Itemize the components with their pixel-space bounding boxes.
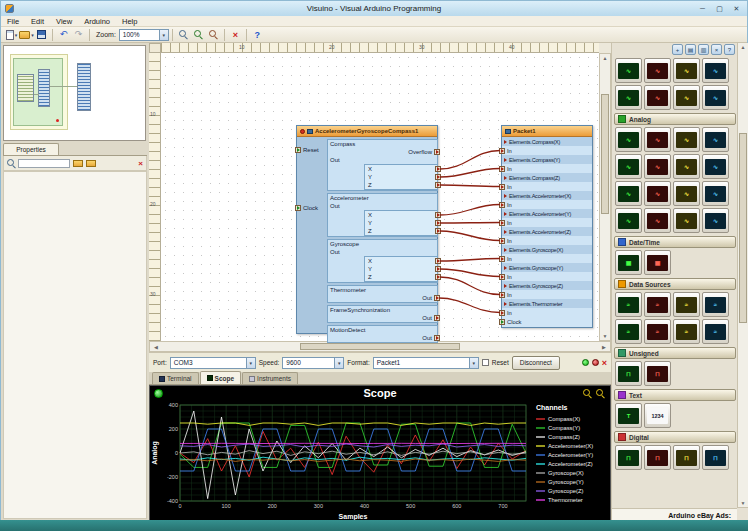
component-tile[interactable]: ∿ [615, 181, 642, 206]
packet-in-row[interactable]: In [502, 272, 592, 281]
zoom-in-button[interactable] [191, 28, 206, 42]
ad-text[interactable]: Arduino eBay Ads: [668, 512, 731, 519]
packet-element-row[interactable]: Elements.Gyroscope(Z) [502, 281, 592, 290]
search-icon[interactable] [7, 159, 15, 167]
component-tile[interactable]: ∿ [702, 58, 729, 83]
category-unsigned[interactable]: Unsigned [614, 347, 736, 359]
input-pin-icon[interactable] [295, 205, 301, 211]
component-tile[interactable]: ∿ [673, 58, 700, 83]
packet-in-row[interactable]: In [502, 290, 592, 299]
alphabetical-view-icon[interactable] [86, 160, 96, 167]
component-tile[interactable]: ≈ [673, 319, 700, 344]
output-pin-icon[interactable] [435, 182, 441, 188]
menu-edit[interactable]: Edit [25, 17, 50, 26]
component-tile[interactable]: ∿ [702, 181, 729, 206]
packet-element-row[interactable]: Elements.Compass(Z) [502, 173, 592, 182]
scope-zoom-in-icon[interactable] [583, 389, 592, 398]
component-tile[interactable]: ∿ [615, 58, 642, 83]
input-pin-icon[interactable] [499, 310, 505, 316]
component-tile[interactable]: 1234 [644, 403, 671, 428]
output-pin-icon[interactable] [435, 212, 441, 218]
component-tile[interactable]: ∿ [615, 85, 642, 110]
output-pin-icon[interactable] [435, 220, 441, 226]
canvas-vertical-scrollbar[interactable]: ▲ ▼ [599, 53, 611, 341]
zoom-out-button[interactable] [206, 28, 221, 42]
component-tile[interactable]: ⊓ [644, 361, 671, 386]
block-header[interactable]: Packet1 [502, 126, 592, 137]
packet-element-row[interactable]: Elements.Gyroscope(X) [502, 245, 592, 254]
component-tile[interactable]: ∿ [702, 208, 729, 233]
category-text[interactable]: Text [614, 389, 736, 401]
output-pin-icon[interactable] [435, 266, 441, 272]
packet-in-row[interactable]: In [502, 200, 592, 209]
property-filter-input[interactable] [18, 159, 70, 168]
input-pin-icon[interactable] [499, 256, 505, 262]
component-tile[interactable]: ∿ [644, 181, 671, 206]
input-pin-icon[interactable] [499, 319, 505, 325]
component-tile[interactable]: ⊓ [644, 445, 671, 470]
component-tile[interactable]: ⊓ [702, 445, 729, 470]
scrollbar-thumb[interactable] [739, 133, 747, 323]
category-data-sources[interactable]: Data Sources [614, 278, 736, 290]
input-pin-icon[interactable] [499, 238, 505, 244]
component-tile[interactable]: ∿ [673, 85, 700, 110]
input-pin-icon[interactable] [499, 166, 505, 172]
design-minimap[interactable] [3, 45, 146, 141]
design-canvas[interactable]: AccelerometerGyroscopeCompass1 Reset Clo… [161, 53, 599, 341]
component-tile[interactable]: ∿ [702, 127, 729, 152]
component-tile[interactable]: ≈ [615, 319, 642, 344]
output-pin-icon[interactable] [434, 149, 440, 155]
component-tile[interactable]: ∿ [615, 154, 642, 179]
packet-element-row[interactable]: Elements.Thermometer [502, 299, 592, 308]
menu-view[interactable]: View [50, 17, 78, 26]
close-connection-icon[interactable]: × [602, 358, 607, 368]
packet-element-row[interactable]: Elements.Compass(X) [502, 137, 592, 146]
zoom-fit-button[interactable] [176, 28, 191, 42]
output-pin-icon[interactable] [435, 166, 441, 172]
component-tile[interactable]: ▦ [644, 250, 671, 275]
output-pin-icon[interactable] [435, 258, 441, 264]
packet-in-row[interactable]: In [502, 236, 592, 245]
categorized-view-icon[interactable] [73, 160, 83, 167]
scroll-down-icon[interactable]: ▼ [738, 500, 748, 506]
component-tile[interactable]: ∿ [644, 85, 671, 110]
component-tile[interactable]: ⊓ [615, 361, 642, 386]
input-pin-icon[interactable] [499, 220, 505, 226]
clock-input-pin[interactable]: Clock [295, 205, 318, 211]
output-pin-icon[interactable] [434, 335, 440, 341]
component-tile[interactable]: ≈ [615, 292, 642, 317]
component-tile[interactable]: ≈ [673, 292, 700, 317]
component-block-accelerometer-gyroscope-compass[interactable]: AccelerometerGyroscopeCompass1 Reset Clo… [296, 125, 438, 334]
redo-button[interactable]: ↷ [71, 28, 86, 42]
scrollbar-thumb[interactable] [300, 343, 460, 350]
component-tile[interactable]: ∿ [702, 154, 729, 179]
reset-checkbox[interactable] [482, 359, 489, 366]
save-button[interactable] [34, 28, 49, 42]
component-tile[interactable]: ∿ [615, 127, 642, 152]
category-date-time[interactable]: Date/Time [614, 236, 736, 248]
properties-grid[interactable] [3, 171, 147, 519]
packet-clock-row[interactable]: Clock [502, 317, 592, 327]
open-button[interactable]: ▾ [19, 28, 34, 42]
input-pin-icon[interactable] [499, 184, 505, 190]
component-tile[interactable]: ∿ [644, 127, 671, 152]
packet-in-row[interactable]: In [502, 218, 592, 227]
component-tile[interactable]: ⊓ [673, 445, 700, 470]
menu-arduino[interactable]: Arduino [78, 17, 116, 26]
output-pin-icon[interactable] [435, 174, 441, 180]
component-tile[interactable]: ∿ [673, 127, 700, 152]
output-pin-icon[interactable] [435, 274, 441, 280]
title-bar[interactable]: Visuino - Visual Arduino Programming ─ ▢… [1, 1, 747, 16]
delete-button[interactable]: × [228, 28, 243, 42]
category-digital[interactable]: Digital [614, 431, 736, 443]
menu-help[interactable]: Help [116, 17, 143, 26]
component-tile[interactable]: ∿ [702, 85, 729, 110]
disconnect-button[interactable]: Disconnect [512, 356, 560, 370]
tab-instruments[interactable]: Instruments [242, 372, 298, 384]
component-tile[interactable]: ≈ [644, 319, 671, 344]
menu-file[interactable]: File [1, 17, 25, 26]
component-tile[interactable]: ∿ [673, 154, 700, 179]
component-tile[interactable]: ▦ [615, 250, 642, 275]
packet-element-row[interactable]: Elements.Accelerometer(X) [502, 191, 592, 200]
tab-scope[interactable]: Scope [200, 371, 242, 384]
